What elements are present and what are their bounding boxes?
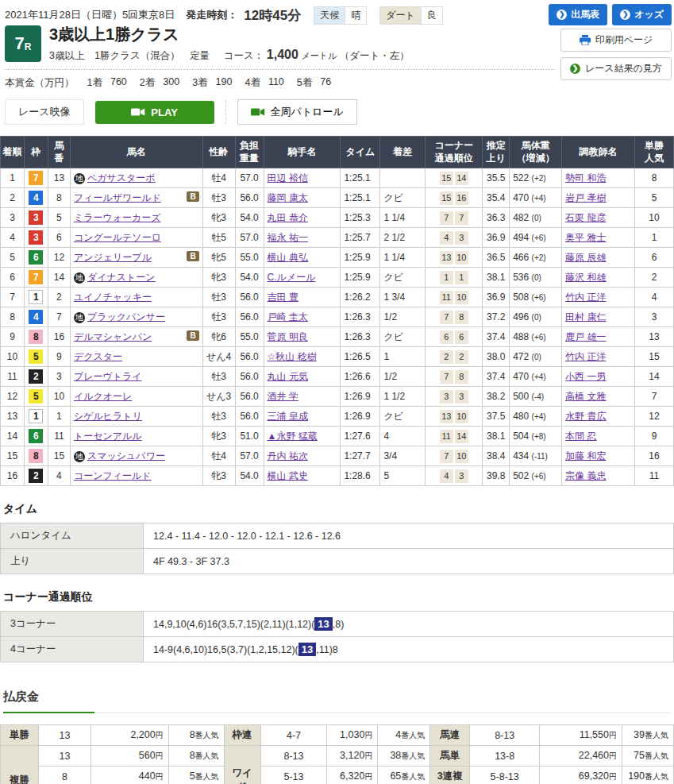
trainer-link[interactable]: 藤原 辰雄 [565,252,606,263]
jockey-link[interactable]: 丹内 祐次 [268,450,308,462]
horse-name-link[interactable]: シゲルヒラトリ [74,411,142,422]
trainer-link[interactable]: 藤沢 和雄 [565,272,606,283]
course-unit: メートル [301,51,337,60]
corner-order: 1310 [426,407,483,427]
win-favorite: 5 [634,188,673,208]
horse-name-cell: 地ブラックパンサー [70,307,202,327]
jockey-link[interactable]: C.ルメール [268,272,316,283]
frame-number-badge: 7 [29,270,43,284]
trainer-link[interactable]: 本間 忍 [565,431,596,442]
jockey-link[interactable]: 吉田 豊 [268,292,298,303]
trainer-link[interactable]: 加藤 和宏 [565,450,606,462]
jockey-cell: 酒井 学 [264,387,341,407]
trainer-link[interactable]: 竹内 正洋 [565,351,606,362]
trainer-link[interactable]: 奥平 雅士 [565,232,606,243]
win-favorite: 8 [634,168,673,188]
finish-position: 4 [1,228,25,248]
jockey-link[interactable]: 丸山 元気 [268,371,308,382]
results-guide-button[interactable]: ❯ レース結果の見方 [560,57,672,80]
horse-name-link[interactable]: トーセンアルル [74,431,142,442]
frame-number-badge: 6 [29,250,43,265]
jockey-link[interactable]: 菅原 明良 [268,331,308,342]
payout-row: 単勝132,200円8番人気枠連4-71,030円4番人気馬連8-1311,55… [1,725,674,746]
horse-name-link[interactable]: アンジェリーブル [74,252,152,263]
jockey-link[interactable]: 戸崎 圭太 [268,311,308,322]
horse-name-cell: デクスター [70,347,202,367]
horse-name-link[interactable]: ユイノチャッキー [74,292,152,303]
trainer-link[interactable]: 高橋 文雅 [565,391,606,402]
body-weight: 480 (+4) [510,407,562,427]
corner-order-text: 14,9,10(4,6)16(3,5,7,15)(2,11)(1,12)( [153,619,314,630]
jockey-link[interactable]: ▲永野 猛蔵 [268,431,318,442]
body-weight: 508 (+6) [510,288,562,307]
patrol-video-button[interactable]: 全周パトロール [237,99,357,125]
last-3f: 36.3 [483,208,510,228]
video-camera-icon [251,107,265,117]
odds-button[interactable]: ❯ オッズ [612,4,672,25]
horse-name-link[interactable]: デルマシャンパン [74,331,152,342]
trainer-link[interactable]: 田村 康仁 [565,311,606,322]
trainer-link[interactable]: 小西 一男 [565,371,606,382]
body-weight: 434 (-11) [510,446,562,466]
jockey-link[interactable]: 横山 武史 [268,470,308,481]
horse-name-link[interactable]: フィールザワールド [74,192,161,203]
win-favorite: 2 [634,268,673,288]
jockey-link[interactable]: 藤岡 康太 [268,192,308,203]
trainer-link[interactable]: 岩戸 孝樹 [565,192,606,203]
jockey-link[interactable]: ☆秋山 稔樹 [268,351,317,362]
jockey-cell: C.ルメール [264,268,341,288]
jockey-cell: ☆秋山 稔樹 [264,347,341,367]
trainer-link[interactable]: 石栗 龍彦 [565,212,606,223]
last-3f: 36.9 [483,288,510,307]
trainer-link[interactable]: 竹内 正洋 [565,292,606,303]
load-weight: 56.0 [235,387,264,407]
entries-button[interactable]: ❯ 出馬表 [549,4,607,25]
horse-name-cell: Bフィールザワールド [70,188,202,208]
finish-position: 1 [1,168,25,188]
corner4-position: 10 [455,291,468,304]
horse-number: 3 [48,367,70,387]
frame-cell: 5 [24,347,48,367]
frame-number-badge: 5 [29,389,43,404]
finish-position: 7 [1,288,25,307]
horse-name-link[interactable]: ブラックパンサー [87,311,165,322]
payout-type-label: 馬単 [430,746,470,767]
jockey-link[interactable]: 福永 祐一 [268,232,308,243]
jockey-link[interactable]: 丸田 恭介 [268,212,308,223]
horse-name-link[interactable]: ダイナストーン [87,272,156,283]
print-page-button[interactable]: 印刷用ページ [560,29,672,52]
horse-name-link[interactable]: ペガサスターボ [87,172,156,183]
weight-diff: (0) [532,273,541,282]
jockey-link[interactable]: 田辺 裕信 [268,172,308,183]
horse-name-link[interactable]: コングールテソーロ [74,232,161,243]
corner3-position: 13 [440,410,453,423]
payout-combination: 8-13 [260,746,327,767]
play-button[interactable]: PLAY [95,101,214,124]
corner4-position: 2 [455,350,468,364]
trainer-link[interactable]: 宗像 義忠 [565,470,606,481]
horse-name-link[interactable]: ミラーウォーカーズ [74,212,161,223]
horse-name-link[interactable]: イルクオーレ [74,391,132,402]
column-header: 馬体重 （増減） [510,137,562,168]
horse-name-link[interactable]: スマッシュパワー [87,450,165,462]
trainer-link[interactable]: 水野 貴広 [565,411,606,422]
trainer-link[interactable]: 勢司 和浩 [565,172,606,183]
horse-name-link[interactable]: ブレーヴトライ [74,371,142,382]
blinker-badge: B [187,251,198,261]
weight-diff: (-11) [532,452,548,461]
trainer-cell: 宗像 義忠 [562,466,635,486]
sex-age: せん3 [202,387,235,407]
weight-diff: (+8) [532,432,546,441]
horse-name-link[interactable]: コーンフィールド [74,470,152,481]
weight-diff: (0) [532,214,541,222]
trainer-link[interactable]: 鹿戸 雄一 [565,331,606,342]
jockey-link[interactable]: 横山 典弘 [268,252,308,263]
horse-name-link[interactable]: デクスター [74,351,122,362]
frame-cell: 7 [24,168,48,188]
margin: 1/2 [380,367,426,387]
payout-popularity: 38番人気 [378,746,430,767]
jockey-link[interactable]: 三浦 皇成 [268,411,308,422]
win-favorite: 13 [634,327,673,347]
jockey-link[interactable]: 酒井 学 [268,391,298,402]
load-weight: 55.0 [235,327,264,347]
